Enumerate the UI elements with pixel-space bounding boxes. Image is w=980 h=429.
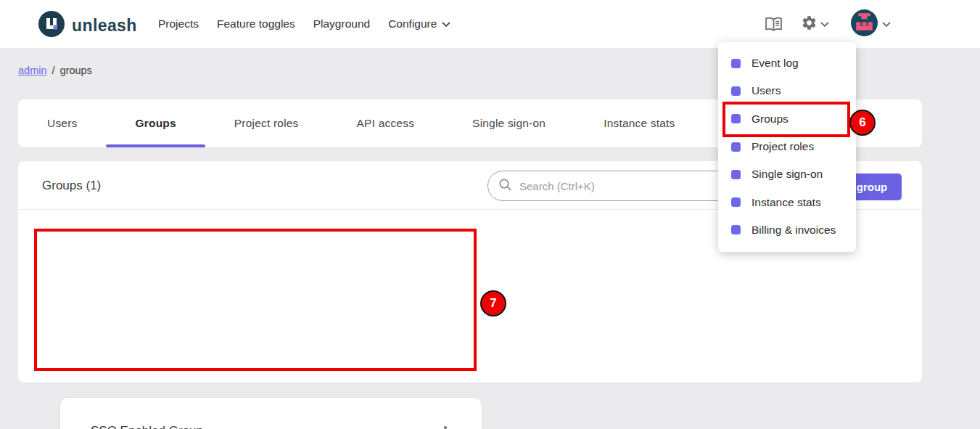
nav-configure-label: Configure [388,17,437,30]
tab-users[interactable]: Users [18,99,106,147]
menu-item-label: Project roles [752,140,814,153]
navbar-actions [765,0,891,48]
tab-groups-label: Groups [135,117,176,130]
menu-item-label: Event log [752,57,799,70]
gear-icon [801,15,818,34]
nav-configure[interactable]: Configure [388,17,450,30]
menu-item-label: Billing & invoices [752,224,836,237]
menu-item-instance-stats[interactable]: Instance stats [718,188,856,216]
docs-book-icon[interactable] [765,17,783,32]
menu-item-project-roles[interactable]: Project roles [718,133,856,160]
menu-item-billing-invoices[interactable]: Billing & invoices [718,216,856,244]
menu-item-event-log[interactable]: Event log [718,49,856,77]
breadcrumb-admin-link[interactable]: admin [18,65,47,76]
chevron-down-icon [820,17,829,30]
unleash-logo-icon [38,11,65,40]
kebab-menu-icon[interactable] [437,422,454,429]
breadcrumb: admin / groups [18,65,92,76]
tab-api-access[interactable]: API access [328,99,444,147]
active-tab-indicator [106,144,205,147]
menu-item-label: Instance stats [752,196,821,209]
menu-square-icon [731,197,741,207]
menu-item-label: Groups [752,113,788,126]
group-card-title: SSO Enabled Group [91,424,203,429]
brand-wordmark: unleash [72,16,137,36]
chevron-down-icon [442,17,450,30]
menu-item-single-sign-on[interactable]: Single sign-on [718,160,856,188]
search-icon [498,178,512,195]
tab-single-sign-on[interactable]: Single sign-on [443,99,575,147]
nav-feature-toggles[interactable]: Feature toggles [217,17,295,30]
tab-instance-stats[interactable]: Instance stats [575,99,704,147]
menu-item-users[interactable]: Users [718,77,856,105]
menu-item-label: Single sign-on [752,168,823,181]
menu-square-icon [731,225,741,234]
avatar [851,9,878,39]
breadcrumb-separator: / [52,65,55,76]
page-title: Groups (1) [42,179,101,193]
menu-item-label: Users [752,84,781,97]
user-menu-button[interactable] [851,9,891,39]
breadcrumb-current: groups [60,65,92,76]
menu-square-icon [731,86,741,96]
settings-gear-button[interactable] [801,15,829,34]
nav-projects[interactable]: Projects [158,17,199,30]
menu-square-icon [731,59,741,68]
menu-square-icon [731,170,741,179]
menu-square-icon [731,142,741,152]
main-nav: Projects Feature toggles Playground Conf… [158,0,450,48]
top-navbar: unleash Projects Feature toggles Playgro… [0,0,980,48]
menu-square-icon [731,114,741,123]
tab-groups[interactable]: Groups [106,99,205,147]
page: unleash Projects Feature toggles Playgro… [0,0,980,429]
nav-playground[interactable]: Playground [313,17,370,30]
unleash-logo[interactable]: unleash [38,11,137,40]
menu-item-groups[interactable]: Groups [718,105,856,133]
settings-dropdown-menu: Event log Users Groups Project roles Sin… [718,42,856,252]
chevron-down-icon [882,17,891,30]
group-card-sso-enabled-group[interactable]: SSO Enabled Group This group has no user… [59,397,482,429]
tab-project-roles[interactable]: Project roles [205,99,328,147]
